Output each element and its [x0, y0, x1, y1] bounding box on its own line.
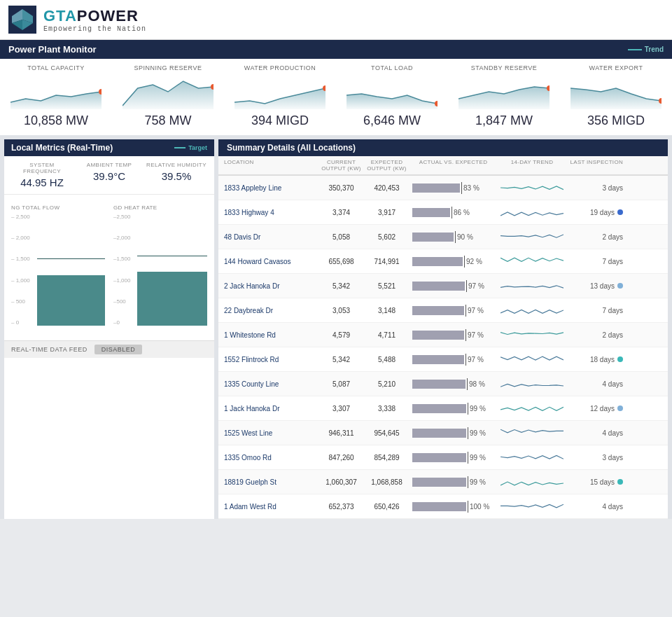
row-sparkline	[497, 325, 567, 345]
metric-value-2: 394 MIGD	[227, 113, 332, 128]
row-expected: 5,488	[364, 356, 410, 363]
row-bar-cell: 97 %	[410, 280, 497, 292]
row-pct: 99 %	[470, 405, 486, 413]
row-location: 1 Adam West Rd	[224, 503, 318, 511]
row-last-days: 12 days	[590, 405, 615, 413]
row-pct: 99 %	[470, 478, 486, 486]
data-feed-status[interactable]: Disabled	[94, 345, 143, 354]
metric-value-4: 1,847 MW	[451, 113, 556, 128]
row-pct: 97 %	[468, 331, 484, 339]
row-sparkline	[497, 423, 567, 443]
left-panel: Local Metrics (Real-Time) Target SYSTEM …	[4, 139, 214, 519]
bar-actual	[412, 429, 466, 438]
row-location: 144 Howard Cavasos	[224, 258, 318, 265]
row-expected: 3,338	[364, 405, 410, 413]
stat-humidity-label: RELATIVE HUMIDITY	[146, 162, 207, 168]
stat-system-freq: SYSTEM FREQUENCY 44.95 HZ	[11, 162, 73, 188]
row-bar-cell: 99 %	[410, 452, 497, 464]
svg-marker-13	[458, 87, 550, 109]
row-expected: 5,602	[364, 233, 410, 241]
bar-divider	[466, 280, 467, 292]
row-location: 48 Davis Dr	[224, 233, 318, 241]
metric-2: WATER PRODUCTION 394 MIGD	[224, 64, 336, 128]
row-last-days: 15 days	[590, 478, 615, 486]
metric-label-3: TOTAL LOAD	[340, 64, 444, 71]
row-current: 5,342	[318, 356, 364, 363]
row-expected: 3,148	[364, 307, 410, 314]
table-body: 1833 Appleby Line 350,370 420,453 83 % 3…	[218, 176, 668, 519]
inspection-dot	[617, 283, 623, 289]
row-pct: 98 %	[469, 380, 485, 388]
row-current: 655,698	[318, 258, 364, 265]
bar-actual	[412, 183, 460, 193]
row-location: 1552 Flintrock Rd	[224, 356, 318, 363]
row-pct: 86 %	[454, 209, 470, 216]
row-last-days: 18 days	[590, 356, 615, 363]
row-last-inspection: 4 days	[567, 380, 623, 388]
row-last-days: 19 days	[590, 209, 615, 216]
row-current: 5,342	[318, 282, 364, 290]
data-feed-label: REAL-TIME DATA FEED	[11, 346, 88, 353]
stat-temp-label: AMBIENT TEMP	[78, 162, 140, 168]
row-current: 350,370	[318, 184, 364, 192]
row-sparkline	[497, 178, 567, 197]
row-expected: 4,711	[364, 331, 410, 339]
row-expected: 420,453	[364, 184, 410, 192]
bar-actual	[412, 453, 466, 462]
table-row: 1833 Appleby Line 350,370 420,453 83 % 3…	[218, 176, 668, 200]
row-location: 1833 Highway 4	[224, 209, 318, 216]
metric-value-0: 10,858 MW	[4, 113, 108, 128]
row-sparkline	[497, 300, 567, 320]
table-row: 18819 Guelph St 1,060,307 1,068,858 99 %…	[218, 470, 668, 494]
row-last-inspection: 4 days	[567, 429, 623, 437]
table-row: 22 Daybreak Dr 3,053 3,148 97 % 7 days	[218, 298, 668, 323]
stat-humidity-value: 39.5%	[146, 170, 207, 182]
col-location: LOCATION	[224, 159, 318, 172]
row-current: 5,058	[318, 233, 364, 241]
row-last-days: 2 days	[603, 331, 623, 339]
row-current: 946,311	[318, 429, 364, 437]
table-row: 1 Jack Hanoka Dr 3,307 3,338 99 % 12 day…	[218, 396, 668, 421]
row-pct: 90 %	[457, 233, 473, 241]
row-bar-cell: 92 %	[410, 256, 497, 268]
inspection-dot	[617, 356, 623, 362]
row-current: 5,087	[318, 380, 364, 388]
row-location: 1525 West Line	[224, 429, 318, 437]
bar-actual	[412, 233, 454, 242]
table-row: 1552 Flintrock Rd 5,342 5,488 97 % 18 da…	[218, 347, 668, 372]
row-bar-cell: 99 %	[410, 427, 497, 439]
table-header: LOCATION CURRENT OUTPUT (kW) EXPECTED OU…	[218, 156, 668, 176]
metric-label-5: WATER EXPORT	[564, 64, 668, 71]
row-last-inspection: 2 days	[567, 233, 623, 241]
stat-freq-value: 44.95 HZ	[11, 176, 73, 188]
row-current: 3,374	[318, 209, 364, 216]
row-location: 22 Daybreak Dr	[224, 307, 318, 314]
row-bar-cell: 99 %	[410, 476, 497, 488]
table-row: 1 Whitestone Rd 4,579 4,711 97 % 2 days	[218, 323, 668, 347]
metric-label-2: WATER PRODUCTION	[227, 64, 332, 71]
bar-actual	[412, 257, 463, 266]
bar-charts: NG TOTAL FLOW – 2,500 – 2,000 – 1,500 – …	[4, 197, 214, 338]
row-expected: 854,289	[364, 454, 410, 462]
bar-divider	[464, 256, 465, 268]
target-label: Target	[174, 144, 207, 151]
bar-divider	[465, 305, 466, 317]
row-sparkline	[497, 448, 567, 467]
bar-actual	[412, 282, 465, 291]
power-plant-header: Power Plant Monitor Trend	[0, 40, 672, 59]
bar-divider	[461, 182, 462, 194]
row-current: 1,060,307	[318, 478, 364, 486]
table-row: 1833 Highway 4 3,374 3,917 86 % 19 days	[218, 200, 668, 225]
gd-chart-label: GD HEAT RATE	[113, 204, 207, 211]
row-bar-cell: 99 %	[410, 403, 497, 415]
row-sparkline	[497, 227, 567, 247]
svg-marker-7	[122, 81, 214, 109]
ng-chart-label: NG TOTAL FLOW	[11, 204, 105, 211]
row-sparkline	[497, 472, 567, 492]
col-last-inspection: LAST INSPECTION	[567, 159, 623, 172]
stat-humidity: RELATIVE HUMIDITY 39.5%	[146, 162, 207, 188]
row-last-inspection: 4 days	[567, 503, 623, 511]
table-row: 144 Howard Cavasos 655,698 714,991 92 % …	[218, 249, 668, 274]
stat-ambient-temp: AMBIENT TEMP 39.9°C	[78, 162, 140, 188]
right-panel: Summary Details (All Locations) LOCATION…	[218, 139, 668, 519]
